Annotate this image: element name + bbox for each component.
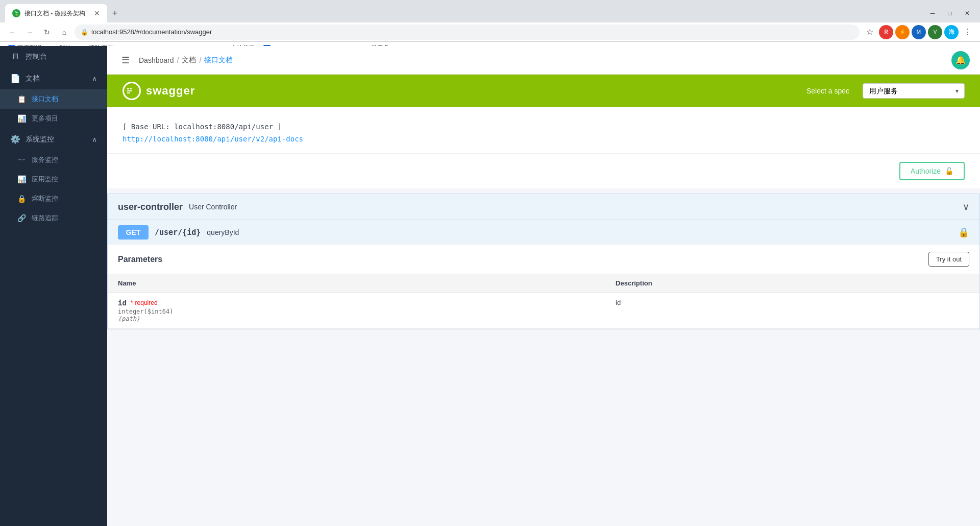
swagger-controller-header[interactable]: user-controller User Controller ∨ xyxy=(107,194,980,220)
swagger-base-url: [ Base URL: localhost:8080/api/user ] xyxy=(122,123,965,131)
svg-rect-1 xyxy=(130,88,132,89)
breadcrumb-docs[interactable]: 文档 xyxy=(182,56,196,65)
sys-monitor-icon: ⚙️ xyxy=(10,134,20,144)
sidebar-item-circuit-monitor[interactable]: 🔒 熔断监控 xyxy=(0,189,107,208)
back-button[interactable]: ← xyxy=(5,25,19,39)
param-desc-cell: id xyxy=(605,293,979,329)
api-docs-icon: 📋 xyxy=(16,95,27,103)
sys-monitor-label: 系统监控 xyxy=(26,135,92,144)
ssl-lock-icon: 🔒 xyxy=(81,29,88,36)
minimize-button[interactable]: ─ xyxy=(925,6,940,21)
svg-rect-0 xyxy=(127,88,129,89)
controller-name: user-controller xyxy=(118,202,183,212)
address-bar[interactable]: 🔒 localhost:9528/#/documentation/swagger xyxy=(75,25,860,40)
docs-icon: 📄 xyxy=(10,74,20,83)
more-projects-label: 更多项目 xyxy=(32,114,58,123)
swagger-logo-text: swagger xyxy=(146,84,195,98)
close-button[interactable]: ✕ xyxy=(960,6,975,21)
param-row: id * required integer($int64) (path) xyxy=(108,293,979,329)
breadcrumb-sep-2: / xyxy=(199,56,201,64)
forward-button[interactable]: → xyxy=(22,25,37,39)
breadcrumb-dashboard[interactable]: Dashboard xyxy=(139,56,174,64)
breadcrumb: Dashboard / 文档 / 接口文档 xyxy=(139,56,233,65)
tab-close-button[interactable]: ✕ xyxy=(94,9,100,17)
sidebar-item-service-monitor[interactable]: 〰 服务监控 xyxy=(0,150,107,170)
swagger-container: swagger Select a spec 用户服务 订单服务 商品服务 [ B… xyxy=(107,75,980,329)
try-it-out-button[interactable]: Try it out xyxy=(928,252,969,267)
swagger-select-wrapper: 用户服务 订单服务 商品服务 xyxy=(863,83,965,99)
ext-icon-4[interactable]: V xyxy=(928,25,942,39)
api-docs-label: 接口文档 xyxy=(32,94,58,104)
bookmark-button[interactable]: ☆ xyxy=(863,25,877,39)
sidebar-item-api-docs[interactable]: 📋 接口文档 xyxy=(0,89,107,109)
trace-icon: 🔗 xyxy=(16,214,27,222)
header-right: 🔔 xyxy=(951,51,970,69)
param-location: (path) xyxy=(118,315,595,322)
hamburger-button[interactable]: ☰ xyxy=(117,52,134,68)
window-controls: ─ □ ✕ xyxy=(925,6,975,21)
sidebar-item-app-monitor[interactable]: 📊 应用监控 xyxy=(0,170,107,189)
controller-desc: User Controller xyxy=(189,203,237,211)
params-col-desc: Description xyxy=(605,274,979,293)
sidebar-item-console[interactable]: 🖥 控制台 xyxy=(0,46,107,67)
param-name-cell: id * required integer($int64) (path) xyxy=(108,293,605,329)
circuit-monitor-icon: 🔒 xyxy=(16,195,27,203)
ext-icon-3[interactable]: M xyxy=(912,25,926,39)
method-badge: GET xyxy=(118,225,149,240)
maximize-button[interactable]: □ xyxy=(942,6,958,21)
params-table: Name Description id xyxy=(108,274,979,329)
swagger-spec-select[interactable]: 用户服务 订单服务 商品服务 xyxy=(863,83,965,99)
circuit-monitor-label: 熔断监控 xyxy=(32,194,58,203)
svg-rect-3 xyxy=(127,92,130,93)
authorize-button[interactable]: Authorize 🔓 xyxy=(899,162,965,180)
endpoint-header[interactable]: GET /user/{id} queryById 🔒 xyxy=(108,220,979,245)
swagger-logo: swagger xyxy=(122,82,195,100)
browser-toolbar: ← → ↻ ⌂ 🔒 localhost:9528/#/documentation… xyxy=(0,22,980,42)
menu-button[interactable]: ⋮ xyxy=(961,25,975,39)
top-header: ☰ Dashboard / 文档 / 接口文档 🔔 xyxy=(107,46,980,75)
parameters-section: Parameters Try it out Name Description xyxy=(108,245,979,329)
param-type: integer($int64) xyxy=(118,308,595,315)
refresh-button[interactable]: ↻ xyxy=(40,25,54,39)
app-container: 🖥 控制台 📄 文档 ∧ 📋 接口文档 📊 更多项目 ⚙️ 系统监控 ∧ 〰 服… xyxy=(0,46,980,526)
browser-title-bar: 🍃 接口文档 - 微服务架构 ✕ + ─ □ ✕ xyxy=(0,0,980,22)
console-icon: 🖥 xyxy=(10,52,20,61)
authorize-button-label: Authorize xyxy=(911,167,941,175)
header-avatar[interactable]: 🔔 xyxy=(951,51,970,69)
endpoint-lock-icon: 🔒 xyxy=(958,227,969,238)
tab-title: 接口文档 - 微服务架构 xyxy=(24,9,90,18)
breadcrumb-current: 接口文档 xyxy=(204,56,233,65)
swagger-logo-icon xyxy=(122,82,141,100)
sidebar-item-sys-monitor[interactable]: ⚙️ 系统监控 ∧ xyxy=(0,128,107,150)
browser-tab[interactable]: 🍃 接口文档 - 微服务架构 ✕ xyxy=(5,4,107,22)
swagger-authorize-bar: Authorize 🔓 xyxy=(107,153,980,188)
parameters-title: Parameters xyxy=(118,255,162,264)
endpoint-summary: queryById xyxy=(207,228,239,236)
swagger-info: [ Base URL: localhost:8080/api/user ] ht… xyxy=(107,107,980,153)
ext-icon-2[interactable]: ⚡ xyxy=(895,25,910,39)
swagger-api-docs-link[interactable]: http://localhost:8080/api/user/v2/api-do… xyxy=(122,135,303,143)
sidebar-item-trace[interactable]: 🔗 链路追踪 xyxy=(0,208,107,228)
hamburger-icon: ☰ xyxy=(121,55,130,66)
sidebar-item-docs[interactable]: 📄 文档 ∧ xyxy=(0,67,107,89)
authorize-lock-icon: 🔓 xyxy=(945,167,953,175)
swagger-endpoint: GET /user/{id} queryById 🔒 Parameters Tr… xyxy=(107,220,980,329)
service-monitor-icon: 〰 xyxy=(16,156,27,164)
app-monitor-label: 应用监控 xyxy=(32,175,58,184)
service-monitor-label: 服务监控 xyxy=(32,155,58,164)
controller-chevron-icon: ∨ xyxy=(963,201,969,212)
params-col-name: Name xyxy=(108,274,605,293)
ext-icon-1[interactable]: R xyxy=(879,25,893,39)
console-label: 控制台 xyxy=(26,52,97,61)
new-tab-button[interactable]: + xyxy=(107,4,122,22)
sidebar-item-more-projects[interactable]: 📊 更多项目 xyxy=(0,109,107,128)
swagger-select-label: Select a spec xyxy=(806,87,849,95)
breadcrumb-sep-1: / xyxy=(177,56,179,64)
toolbar-actions: ☆ R ⚡ M V 海 ⋮ xyxy=(863,25,975,39)
docs-chevron-icon: ∧ xyxy=(92,75,97,83)
profile-button[interactable]: 海 xyxy=(944,25,959,39)
trace-label: 链路追踪 xyxy=(32,213,58,223)
page-content: swagger Select a spec 用户服务 订单服务 商品服务 [ B… xyxy=(107,75,980,526)
home-button[interactable]: ⌂ xyxy=(57,25,71,39)
url-text: localhost:9528/#/documentation/swagger xyxy=(91,28,212,36)
